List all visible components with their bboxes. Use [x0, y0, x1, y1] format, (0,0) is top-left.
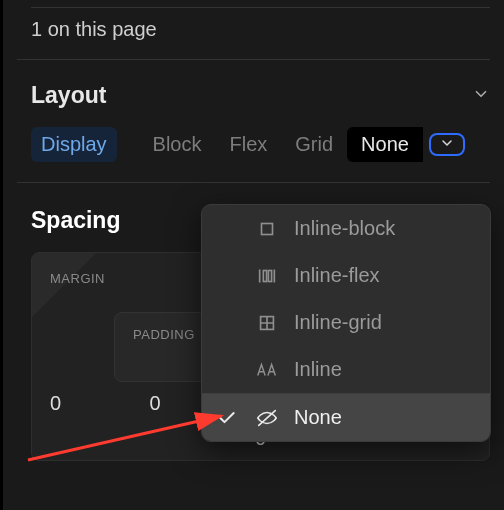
menu-item-label: Inline-block [294, 217, 395, 240]
svg-rect-0 [262, 223, 273, 234]
style-panel: 1 on this page Layout Display Block Flex… [0, 0, 504, 510]
layout-header[interactable]: Layout [31, 60, 490, 127]
menu-item-inline-grid[interactable]: Inline-grid [202, 299, 490, 346]
chevron-down-icon [472, 85, 490, 107]
menu-item-label: Inline [294, 358, 342, 381]
menu-item-none[interactable]: None [202, 394, 490, 441]
display-dropdown-menu: Inline-block Inline-flex Inline-grid Inl… [201, 204, 491, 442]
display-option-none[interactable]: None [347, 127, 423, 162]
inline-icon [254, 360, 280, 380]
inline-flex-icon [254, 265, 280, 287]
top-divider [31, 0, 490, 8]
layout-section: Layout Display Block Flex Grid None [3, 60, 504, 162]
svg-rect-3 [268, 270, 271, 281]
menu-item-inline-block[interactable]: Inline-block [202, 205, 490, 252]
menu-item-inline-flex[interactable]: Inline-flex [202, 252, 490, 299]
display-option-flex[interactable]: Flex [215, 127, 281, 162]
chevron-down-icon [439, 135, 455, 154]
menu-item-inline[interactable]: Inline [202, 346, 490, 393]
menu-item-label: Inline-grid [294, 311, 382, 334]
inline-grid-icon [254, 312, 280, 334]
layout-title: Layout [31, 82, 106, 109]
display-option-block[interactable]: Block [139, 127, 216, 162]
menu-item-label: None [294, 406, 342, 429]
padding-left-value[interactable]: 0 [110, 392, 200, 415]
display-segmented: Block Flex Grid None [139, 127, 423, 162]
margin-left-value[interactable]: 0 [50, 392, 110, 415]
display-row: Display Block Flex Grid None [31, 127, 490, 162]
display-property-label[interactable]: Display [31, 127, 117, 162]
inline-block-icon [254, 218, 280, 240]
check-icon [216, 408, 238, 428]
display-more-dropdown-button[interactable] [429, 133, 465, 156]
display-option-grid[interactable]: Grid [281, 127, 347, 162]
instance-count: 1 on this page [3, 8, 504, 59]
svg-rect-2 [263, 270, 266, 281]
eye-off-icon [254, 407, 280, 429]
menu-item-label: Inline-flex [294, 264, 380, 287]
